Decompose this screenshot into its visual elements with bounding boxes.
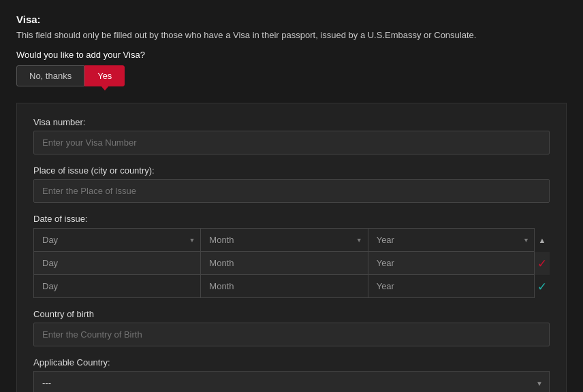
no-thanks-button[interactable]: No, thanks xyxy=(16,65,84,86)
date-of-issue-section: Date of issue: Day xyxy=(33,214,550,298)
date-row-3-month: Month xyxy=(200,275,367,298)
date-rows-container: Day Month xyxy=(33,228,550,298)
date-row-3: Day Month Year xyxy=(33,275,550,298)
place-of-issue-label: Place of issue (city or country): xyxy=(33,165,550,176)
date-row-2-month: Month xyxy=(200,252,367,275)
arrow-icon: ▲ xyxy=(539,236,546,244)
day-select-3[interactable]: Day xyxy=(33,275,200,298)
year-select-1[interactable]: Year xyxy=(368,228,535,252)
month-select-3[interactable]: Month xyxy=(200,275,367,298)
date-row-1-day: Day xyxy=(33,228,200,252)
section-title: Visa: xyxy=(16,14,567,25)
toggle-group: No, thanks Yes xyxy=(16,65,567,86)
place-of-issue-input[interactable] xyxy=(33,179,550,203)
section-description: This field should only be filled out by … xyxy=(16,29,567,42)
visa-question: Would you like to add your Visa? xyxy=(16,50,567,60)
date-row-1-month: Month xyxy=(200,228,367,252)
red-check-icon-1: ✓ xyxy=(537,257,547,271)
year-select-2[interactable]: Year xyxy=(368,252,535,275)
date-row-1-fields: Day Month xyxy=(33,228,535,252)
date-row-3-year: Year xyxy=(368,275,535,298)
date-row-2: Day Month Year xyxy=(33,252,550,275)
visa-form: Visa number: Place of issue (city or cou… xyxy=(16,103,567,392)
date-row-3-fields: Day Month Year xyxy=(33,275,535,298)
date-row-2-year: Year xyxy=(368,252,535,275)
visa-number-group: Visa number: xyxy=(33,117,550,154)
country-of-birth-group: Country of birth xyxy=(33,309,550,346)
date-row-2-day: Day xyxy=(33,252,200,275)
applicable-country-select-wrapper: --- xyxy=(33,371,550,392)
visa-number-input[interactable] xyxy=(33,131,550,154)
visa-section: Visa: This field should only be filled o… xyxy=(16,14,567,392)
day-select-2[interactable]: Day xyxy=(33,252,200,275)
date-row-3-suffix: ✓ xyxy=(535,280,550,294)
country-of-birth-label: Country of birth xyxy=(33,309,550,319)
date-row-3-day: Day xyxy=(33,275,200,298)
country-of-birth-input[interactable] xyxy=(33,323,550,346)
date-row-2-fields: Day Month Year xyxy=(33,252,535,275)
date-of-issue-label: Date of issue: xyxy=(33,214,550,224)
date-row-1-suffix: ▲ xyxy=(535,236,550,244)
day-select-1[interactable]: Day xyxy=(33,228,200,252)
applicable-country-select[interactable]: --- xyxy=(33,371,550,392)
visa-number-label: Visa number: xyxy=(33,117,550,127)
teal-check-icon: ✓ xyxy=(537,280,547,294)
yes-button[interactable]: Yes xyxy=(84,65,125,86)
applicable-country-label: Applicable Country: xyxy=(33,357,550,368)
date-row-2-suffix: ✓ xyxy=(535,257,550,271)
place-of-issue-group: Place of issue (city or country): xyxy=(33,165,550,203)
date-row-1-year: Year xyxy=(368,228,535,252)
applicable-country-group: Applicable Country: --- xyxy=(33,357,550,392)
date-row-1: Day Month xyxy=(33,228,550,252)
month-select-2[interactable]: Month xyxy=(200,252,367,275)
year-select-3[interactable]: Year xyxy=(368,275,535,298)
month-select-1[interactable]: Month xyxy=(200,228,367,252)
